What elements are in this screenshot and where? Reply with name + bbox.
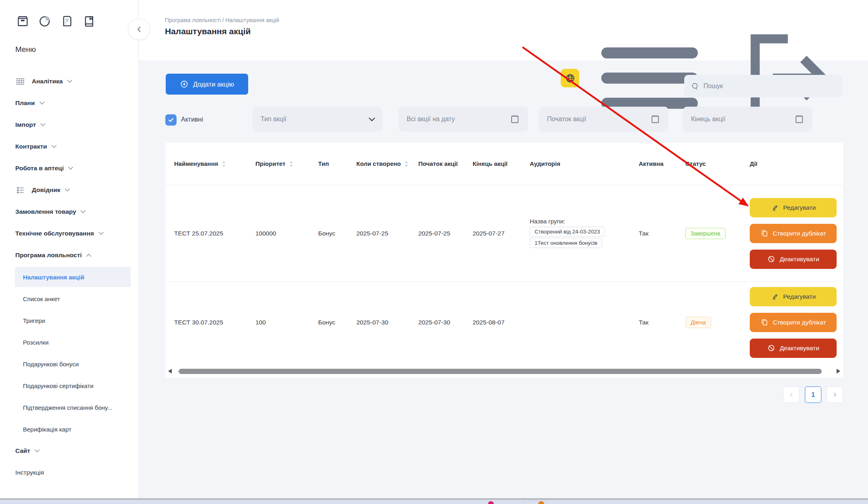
sidebar-item-import[interactable]: Імпорт	[0, 114, 138, 136]
main-area: Програма лояльності / Налаштування акцій…	[139, 0, 868, 504]
column-header-0[interactable]: Найменування	[165, 159, 255, 169]
sidebar-item-loyalty-program[interactable]: Програма лояльності	[0, 244, 138, 266]
sidebar-subitem-bonus-writeoff-confirmation[interactable]: Підтвердження списання бону...	[0, 397, 138, 418]
chevron-left-icon	[135, 25, 144, 34]
sidebar-item-label: Замовлення товару	[15, 208, 76, 215]
sidebar-subitem-label: Подарункові сертифікати	[23, 382, 93, 389]
sidebar-subitem-card-verification[interactable]: Верифікація карт	[0, 418, 138, 440]
cell-end-value: 2025-07-27	[473, 230, 504, 237]
sidebar-item-analytics[interactable]: Аналітика	[0, 70, 138, 92]
archive-box-icon[interactable]	[16, 14, 29, 28]
add-promo-label: Додати акцію	[193, 81, 234, 88]
sidebar-item-pharmacy-work[interactable]: Робота в аптеці	[0, 157, 138, 179]
scrollbar-thumb[interactable]	[179, 369, 822, 374]
cell-priority: 100000	[255, 230, 317, 237]
background-dot-pink	[488, 501, 494, 504]
active-checkbox[interactable]	[165, 114, 177, 126]
column-header-4: Початок акції	[418, 159, 472, 169]
column-header-3[interactable]: Коли створено	[356, 159, 418, 169]
column-header-6: Аудиторія	[529, 159, 638, 169]
cell-priority-value: 100000	[255, 230, 276, 237]
column-header-1[interactable]: Пріоритет	[255, 159, 317, 169]
document-icon[interactable]	[60, 14, 74, 28]
scroll-right-arrow-icon[interactable]	[837, 369, 840, 374]
deactivate-icon	[767, 255, 775, 263]
chevron-down-icon	[51, 143, 57, 148]
sidebar-subitem-mailings[interactable]: Розсилки	[0, 331, 138, 353]
sidebar-subitem-questionnaire-list[interactable]: Список анкет	[0, 288, 138, 310]
column-header-label: Активна	[639, 159, 664, 169]
filter-promo-start[interactable]: Початок акції	[539, 107, 668, 132]
sidebar-item-instruction[interactable]: Інструкція	[0, 462, 138, 483]
filter-promo-type[interactable]: Тип акції	[253, 107, 382, 132]
cell-start-value: 2025-07-25	[418, 230, 450, 237]
cell-actions: РедагуватиСтворити дублікатДеактивувати	[749, 198, 843, 269]
chevron-down-icon	[35, 447, 40, 452]
sidebar-subitem-promo-settings[interactable]: Налаштування акцій	[15, 267, 131, 287]
sort-icon	[289, 161, 294, 167]
column-header-2: Тип	[317, 159, 356, 169]
edit-button[interactable]: Редагувати	[750, 287, 837, 306]
audience-tag: 1Тест оновлення бонусів	[530, 238, 602, 248]
edit-icon	[771, 292, 779, 301]
sidebar-item-plans[interactable]: Плани	[0, 92, 138, 114]
audience-group-label: Назва групи:	[530, 218, 638, 225]
edit-button-label: Редагувати	[783, 293, 816, 300]
scroll-left-arrow-icon[interactable]	[168, 369, 172, 374]
duplicate-button-label: Створити дублікат	[773, 230, 826, 237]
deactivate-button[interactable]: Деактивувати	[750, 250, 837, 269]
chevron-down-icon	[67, 78, 72, 83]
grid-icon	[15, 76, 25, 87]
sidebar-subitem-gift-certificates[interactable]: Подарункові сертифікати	[0, 375, 138, 397]
sidebar-subitem-gift-bonuses[interactable]: Подарункові бонуси	[0, 353, 138, 375]
language-button[interactable]	[561, 69, 579, 87]
sidebar-item-label: Плани	[15, 99, 35, 107]
table-body: ТЕСТ 25.07.2025100000Бонус2025-07-252025…	[165, 185, 843, 363]
sidebar-subitem-triggers[interactable]: Тригери	[0, 310, 138, 331]
deactivate-button[interactable]: Деактивувати	[750, 339, 837, 358]
sidebar-item-maintenance[interactable]: Технічне обслуговування	[0, 223, 138, 244]
duplicate-icon	[760, 229, 769, 238]
chevron-down-icon	[39, 99, 45, 105]
column-header-label: Дії	[750, 159, 757, 169]
duplicate-button[interactable]: Створити дублікат	[750, 224, 837, 243]
sidebar-item-label: Аналітика	[32, 78, 63, 85]
pie-chart-icon[interactable]	[38, 14, 51, 28]
cell-status: Діюча	[685, 317, 749, 328]
add-promo-button[interactable]: Додати акцію	[166, 74, 248, 95]
sidebar-item-contracts[interactable]: Контракти	[0, 136, 138, 157]
duplicate-icon	[760, 318, 769, 326]
sidebar-app-icons	[0, 0, 138, 28]
pagination-prev-button[interactable]	[783, 386, 800, 403]
sidebar-item-label: Контракти	[15, 143, 47, 150]
sidebar-item-label: Імпорт	[15, 121, 36, 128]
audience-tag: Створений від 24-03-2023	[530, 227, 605, 237]
chevron-down-icon	[81, 208, 86, 213]
book-icon[interactable]	[82, 14, 96, 28]
sidebar-item-directory[interactable]: Довідник	[0, 179, 138, 201]
calendar-icon	[794, 114, 804, 124]
column-header-label: Кінець акції	[473, 159, 508, 169]
cell-active: Так	[638, 230, 685, 237]
edit-button[interactable]: Редагувати	[750, 198, 837, 217]
cell-name-value: ТЕСТ 30.07.2025	[174, 319, 223, 326]
pagination-page-1-button[interactable]: 1	[805, 386, 821, 403]
duplicate-button-label: Створити дублікат	[773, 319, 826, 326]
cell-type-value: Бонус	[318, 319, 335, 326]
filter-label: Кінець акції	[691, 116, 726, 123]
cell-status: Завершена	[685, 228, 749, 239]
sidebar-item-goods-order[interactable]: Замовлення товару	[0, 201, 138, 223]
column-header-label: Тип	[318, 159, 329, 169]
pagination-next-button[interactable]	[827, 386, 843, 403]
filter-promos-on-date[interactable]: Всі акції на дату	[399, 107, 528, 132]
search-input[interactable]	[703, 83, 836, 90]
search-box	[684, 75, 842, 97]
filter-promo-end[interactable]: Кінець акції	[683, 107, 812, 132]
duplicate-button[interactable]: Створити дублікат	[750, 313, 837, 332]
search-icon	[691, 82, 700, 91]
sidebar-collapse-button[interactable]	[128, 19, 150, 40]
column-header-label: Початок акції	[418, 159, 458, 169]
breadcrumb[interactable]: Програма лояльності / Налаштування акцій	[165, 17, 279, 23]
scrollbar-track[interactable]	[174, 369, 835, 374]
sidebar-item-site[interactable]: Сайт	[0, 440, 138, 462]
